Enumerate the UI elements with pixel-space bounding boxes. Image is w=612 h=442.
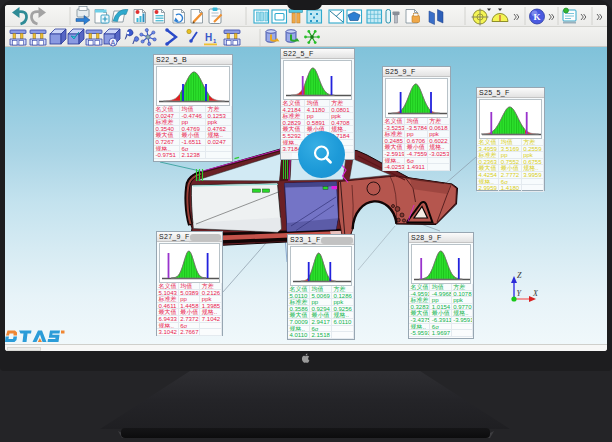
svg-text:H: H bbox=[205, 32, 212, 43]
svg-text:X: X bbox=[532, 289, 539, 298]
svg-text:Z: Z bbox=[517, 271, 522, 280]
svg-text:1: 1 bbox=[213, 38, 217, 44]
svg-text:Y: Y bbox=[517, 289, 523, 298]
svg-text:A: A bbox=[111, 39, 116, 46]
svg-text:K: K bbox=[533, 12, 540, 22]
